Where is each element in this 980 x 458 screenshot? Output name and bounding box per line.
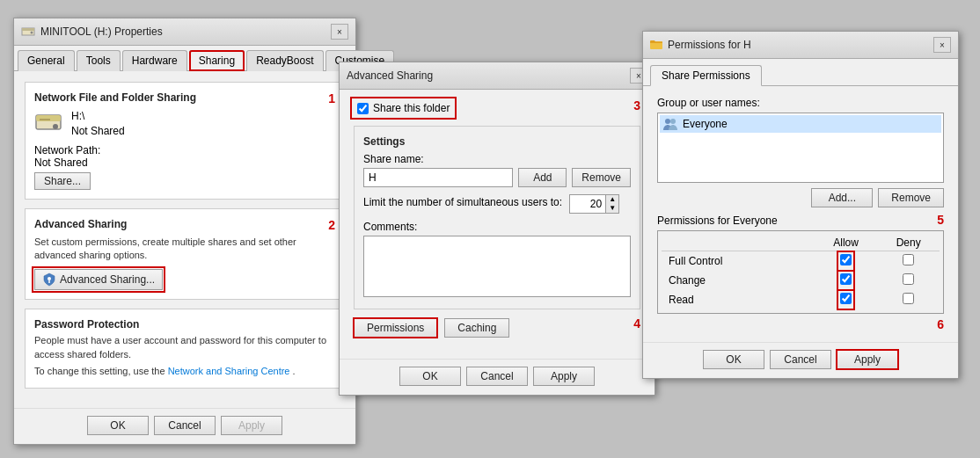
share-folder-container: Share this folder 3 bbox=[354, 100, 640, 117]
user-list: Everyone bbox=[657, 113, 944, 183]
tab-readyboost[interactable]: ReadyBoost bbox=[246, 50, 323, 71]
advanced-sharing-button[interactable]: Advanced Sharing... bbox=[34, 269, 163, 290]
everyone-item[interactable]: Everyone bbox=[660, 115, 941, 133]
hdd-icon bbox=[34, 111, 62, 135]
properties-apply-button[interactable]: Apply bbox=[221, 416, 282, 435]
drive-shared-status: Not Shared bbox=[71, 124, 125, 139]
table-row: Change bbox=[662, 271, 940, 290]
allow-checkbox-2[interactable] bbox=[840, 293, 852, 304]
advanced-ok-button[interactable]: OK bbox=[399, 367, 461, 386]
permissions-title-bar: Permissions for H × bbox=[643, 32, 958, 59]
settings-section: Settings Share name: Add Remove Limit th… bbox=[354, 126, 640, 309]
svg-point-9 bbox=[665, 119, 670, 124]
share-button[interactable]: Share... bbox=[34, 172, 91, 190]
svg-point-2 bbox=[31, 32, 33, 34]
share-folder-label[interactable]: Share this folder bbox=[354, 100, 453, 116]
spinner-down-btn[interactable]: ▼ bbox=[606, 204, 618, 213]
comments-textarea[interactable] bbox=[363, 236, 631, 297]
network-sharing-centre-link[interactable]: Network and Sharing Centre bbox=[168, 366, 290, 376]
advanced-sharing-section: Advanced Sharing 2 Set custom permission… bbox=[25, 208, 345, 301]
svg-point-7 bbox=[48, 277, 51, 280]
table-row: Full Control bbox=[662, 251, 940, 272]
allow-checkbox-1[interactable] bbox=[840, 273, 852, 285]
step2-label: 2 bbox=[328, 218, 335, 232]
properties-bottom-buttons: OK Cancel Apply bbox=[14, 408, 355, 444]
advanced-sharing-title: Advanced Sharing bbox=[34, 218, 127, 230]
allow-cell-1 bbox=[815, 271, 878, 290]
permissions-window: Permissions for H × Share Permissions Gr… bbox=[642, 31, 959, 379]
group-names-section: Group or user names: Everyone Add... Rem… bbox=[657, 97, 944, 207]
advanced-sharing-btn-label: Advanced Sharing... bbox=[60, 273, 155, 286]
password-protection-section: Password Protection People must have a u… bbox=[25, 309, 345, 388]
properties-close-btn[interactable]: × bbox=[331, 24, 348, 40]
advanced-desc: Set custom permissions, create multiple … bbox=[34, 236, 335, 263]
everyone-label: Everyone bbox=[683, 118, 728, 130]
allow-checkbox-wrapper-1 bbox=[840, 273, 852, 287]
permissions-table-container: 5 Permissions for Everyone Allow Deny Fu… bbox=[657, 214, 944, 314]
folder-icon bbox=[650, 39, 662, 51]
user-limit-input[interactable] bbox=[570, 195, 605, 213]
share-name-label: Share name: bbox=[363, 153, 631, 165]
add-button[interactable]: Add bbox=[518, 168, 567, 187]
advanced-content: Share this folder 3 Settings Share name:… bbox=[340, 90, 655, 359]
comments-label: Comments: bbox=[363, 221, 631, 233]
svg-rect-6 bbox=[40, 119, 50, 120]
network-path-value: Not Shared bbox=[34, 156, 335, 169]
drive-icon-large bbox=[34, 109, 62, 137]
share-permissions-tab[interactable]: Share Permissions bbox=[650, 65, 762, 86]
deny-col-header: Deny bbox=[877, 235, 940, 251]
user-limit-spinner[interactable]: ▲ ▼ bbox=[569, 194, 619, 214]
properties-ok-button[interactable]: OK bbox=[87, 416, 149, 435]
deny-cell-1 bbox=[877, 271, 940, 290]
perm-add-button[interactable]: Add... bbox=[811, 188, 873, 207]
deny-cell-2 bbox=[877, 290, 940, 309]
allow-checkbox-wrapper-0 bbox=[840, 254, 852, 268]
perm-row-label-1: Change bbox=[662, 271, 815, 290]
pw-desc1: People must have a user account and pass… bbox=[34, 334, 335, 361]
deny-checkbox-2[interactable] bbox=[903, 293, 914, 304]
perm-cancel-button[interactable]: Cancel bbox=[770, 350, 831, 369]
settings-title: Settings bbox=[363, 135, 631, 148]
properties-window: MINITOOL (H:) Properties × General Tools… bbox=[13, 18, 356, 445]
perm-remove-button[interactable]: Remove bbox=[878, 188, 944, 207]
permissions-close-btn[interactable]: × bbox=[933, 37, 951, 53]
advanced-apply-button[interactable]: Apply bbox=[533, 367, 595, 386]
tab-general[interactable]: General bbox=[18, 50, 75, 71]
step5-label: 5 bbox=[937, 213, 944, 227]
remove-button[interactable]: Remove bbox=[572, 168, 631, 187]
advanced-cancel-button[interactable]: Cancel bbox=[466, 367, 528, 386]
password-title: Password Protection bbox=[34, 318, 139, 331]
perm-ok-button[interactable]: OK bbox=[703, 350, 764, 369]
permissions-button[interactable]: Permissions bbox=[354, 318, 437, 338]
share-folder-checkbox[interactable] bbox=[357, 103, 369, 114]
perm-apply-button[interactable]: Apply bbox=[837, 350, 898, 369]
tab-sharing[interactable]: Sharing bbox=[189, 50, 245, 71]
caching-button[interactable]: Caching bbox=[444, 318, 509, 338]
perm-col-header bbox=[662, 235, 815, 251]
tab-hardware[interactable]: Hardware bbox=[122, 50, 187, 71]
shield-icon bbox=[42, 273, 56, 287]
svg-rect-1 bbox=[22, 28, 34, 31]
drive-icon bbox=[21, 25, 35, 39]
permissions-content: Group or user names: Everyone Add... Rem… bbox=[643, 86, 958, 342]
deny-checkbox-1[interactable] bbox=[903, 273, 914, 285]
title-bar-controls: × bbox=[331, 24, 348, 40]
network-sharing-section: Network File and Folder Sharing 1 H:\ No… bbox=[25, 82, 345, 200]
group-names-label: Group or user names: bbox=[657, 97, 944, 109]
perm-for-label: Permissions for Everyone bbox=[657, 214, 944, 227]
svg-point-5 bbox=[53, 124, 58, 129]
network-path-label: Network Path: bbox=[34, 144, 335, 156]
allow-checkbox-0[interactable] bbox=[840, 254, 852, 265]
network-sharing-title: Network File and Folder Sharing bbox=[34, 91, 196, 104]
spinner-up-btn[interactable]: ▲ bbox=[606, 195, 618, 204]
tab-tools[interactable]: Tools bbox=[77, 50, 121, 71]
properties-cancel-button[interactable]: Cancel bbox=[154, 416, 216, 435]
deny-checkbox-0[interactable] bbox=[903, 254, 914, 265]
allow-cell-0 bbox=[815, 251, 878, 272]
permissions-bottom-buttons: OK Cancel Apply bbox=[643, 342, 958, 378]
share-name-input[interactable] bbox=[363, 168, 513, 187]
properties-content: Network File and Folder Sharing 1 H:\ No… bbox=[14, 71, 355, 408]
perm-row-label-2: Read bbox=[662, 290, 815, 309]
advanced-bottom-buttons: OK Cancel Apply bbox=[340, 359, 655, 395]
tab-bar: General Tools Hardware Sharing ReadyBoos… bbox=[14, 46, 355, 71]
